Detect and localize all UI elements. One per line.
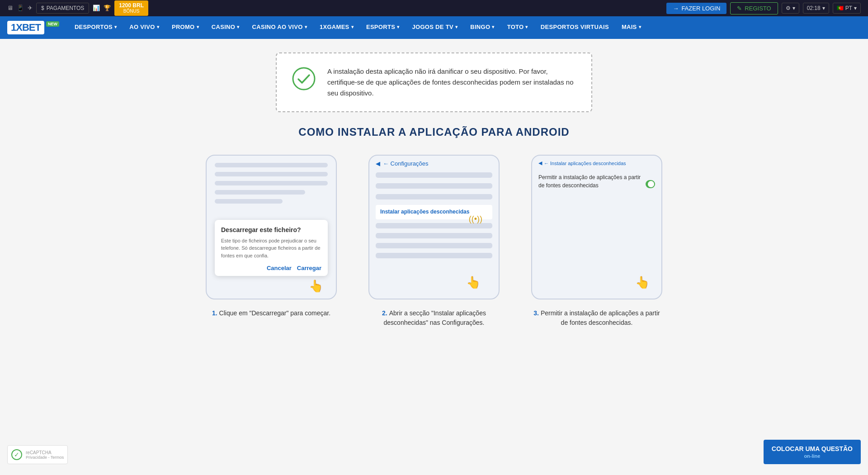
phone-lines-1 xyxy=(207,156,336,204)
phone-line xyxy=(215,199,283,204)
bonus-amount: 1200 BRL xyxy=(119,2,144,9)
language-button[interactable]: 🇵🇹 PT ▾ xyxy=(833,3,861,14)
step-3: ◀ ← Instalar aplicações desconhecidas Pe… xyxy=(524,155,669,328)
settings-line xyxy=(376,243,492,248)
step-2-label: 2. Abrir a secção "Instalar aplicações d… xyxy=(371,309,497,328)
time-label: 02:18 xyxy=(807,5,821,11)
bonus-button[interactable]: 1200 BRL BÔNUS xyxy=(114,0,148,16)
lang-label: PT xyxy=(845,5,852,11)
time-display[interactable]: 02:18 ▾ xyxy=(803,3,829,14)
settings-line xyxy=(376,253,492,258)
settings-chevron: ▾ xyxy=(793,5,795,11)
touch-icon: 👆 xyxy=(309,279,323,293)
nav-casino-ao-vivo-label: CASINO AO VIVO xyxy=(252,24,303,30)
nav-toto-label: TOTO xyxy=(507,24,524,30)
nav-ao-vivo[interactable]: AO VIVO ▾ xyxy=(123,16,165,39)
new-badge: NEW xyxy=(46,21,59,27)
phone-mockup-2: ◀ ← Configurações Instalar aplicações de… xyxy=(368,155,500,299)
pagamentos-button[interactable]: $ PAGAMENTOS xyxy=(36,3,89,14)
nav-bar: 1XBET NEW DESPORTOS ▾ AO VIVO ▾ PROMO ▾ … xyxy=(0,16,868,39)
dialog-body: Este tipo de ficheiros pode prejudicar o… xyxy=(221,237,321,260)
notice-text: A instalação desta aplicação não irá dan… xyxy=(327,66,577,99)
nav-toto[interactable]: TOTO ▾ xyxy=(501,16,534,39)
nav-casino-chevron: ▾ xyxy=(237,24,239,29)
settings-line xyxy=(376,233,492,238)
chat-button[interactable]: COLOCAR UMA QUESTÃO on-line xyxy=(764,440,861,464)
fazer-login-button[interactable]: → FAZER LOGIN xyxy=(666,3,726,14)
nav-promo[interactable]: PROMO ▾ xyxy=(165,16,205,39)
nav-desportos-virtuais-label: DESPORTOS VIRTUAIS xyxy=(541,24,609,30)
lang-chevron: ▾ xyxy=(854,5,857,11)
settings-lines xyxy=(376,172,492,200)
pagamentos-label: PAGAMENTOS xyxy=(47,5,85,11)
recaptcha-brand: reCAPTCHA xyxy=(26,450,64,455)
logo-text: 1XBET xyxy=(7,21,44,34)
step-1-text: Clique em "Descarregar" para começar. xyxy=(219,309,330,317)
chart-icon-btn[interactable]: 📊 xyxy=(93,5,100,11)
nav-mais-chevron: ▾ xyxy=(639,24,641,29)
registo-button[interactable]: ✎ REGISTO xyxy=(730,2,778,14)
login-icon: → xyxy=(673,5,679,12)
step-1: Descarregar este ficheiro? Este tipo de … xyxy=(199,155,344,328)
desktop-icon-btn[interactable]: 🖥 xyxy=(7,5,13,11)
main-content: A instalação desta aplicação não irá dan… xyxy=(0,39,868,446)
step-2-text: Abrir a secção "Instalar aplicações desc… xyxy=(384,309,486,326)
settings-line xyxy=(376,183,492,189)
nav-1xgames[interactable]: 1XGAMES ▾ xyxy=(313,16,360,39)
dollar-icon: $ xyxy=(41,5,44,11)
allow-text: Permitir a instalação de aplicações a pa… xyxy=(538,173,646,190)
step-2: ◀ ← Configurações Instalar aplicações de… xyxy=(362,155,506,328)
cancel-button[interactable]: Cancelar xyxy=(267,265,292,271)
toggle-switch[interactable] xyxy=(646,180,655,188)
step-3-label: 3. Permitir a instalação de aplicações a… xyxy=(533,309,660,328)
nav-1xgames-label: 1XGAMES xyxy=(320,24,349,30)
recaptcha: ✓ reCAPTCHA Privacidade - Termos xyxy=(7,445,68,464)
nav-desportos[interactable]: DESPORTOS ▾ xyxy=(68,16,123,39)
recaptcha-sub: Privacidade - Termos xyxy=(26,455,64,460)
settings-line xyxy=(376,172,492,178)
back-icon: ◀ xyxy=(376,160,380,167)
nav-1xgames-chevron: ▾ xyxy=(351,24,354,29)
registo-icon: ✎ xyxy=(737,5,742,12)
allow-header-text: ← Instalar aplicações desconhecidas xyxy=(544,161,626,166)
nav-mais[interactable]: MAIS ▾ xyxy=(615,16,647,39)
check-icon xyxy=(291,66,316,91)
nav-jogos-tv[interactable]: JOGOS DE TV ▾ xyxy=(406,16,464,39)
svg-point-0 xyxy=(293,68,315,90)
settings-screen: ◀ ← Configurações Instalar aplicações de… xyxy=(369,156,499,267)
telegram-icon-btn[interactable]: ✈ xyxy=(28,5,33,11)
settings-line xyxy=(376,194,492,200)
step-1-label: 1. Clique em "Descarregar" para começar. xyxy=(212,309,330,318)
nav-esports[interactable]: ESPORTS ▾ xyxy=(360,16,406,39)
nav-casino-ao-vivo-chevron: ▾ xyxy=(305,24,307,29)
nav-desportos-chevron: ▾ xyxy=(114,24,117,29)
settings-button[interactable]: ⚙ ▾ xyxy=(782,3,799,14)
registo-label: REGISTO xyxy=(745,5,771,12)
phone-mockup-1: Descarregar este ficheiro? Este tipo de … xyxy=(206,155,337,299)
step-3-text: Permitir a instalação de aplicações a pa… xyxy=(541,309,660,326)
install-apps-label: Instalar aplicações desconhecidas xyxy=(380,209,488,215)
settings-header-text: ← Configurações xyxy=(383,160,428,167)
nav-ao-vivo-label: AO VIVO xyxy=(129,24,155,30)
gear-icon: ⚙ xyxy=(786,5,791,11)
download-label: Carregar xyxy=(297,265,321,271)
nav-casino-label: CASINO xyxy=(212,24,235,30)
download-dialog: Descarregar este ficheiro? Este tipo de … xyxy=(215,220,328,276)
nav-desportos-virtuais[interactable]: DESPORTOS VIRTUAIS xyxy=(534,16,615,39)
download-button[interactable]: Carregar xyxy=(297,265,321,271)
dialog-buttons: Cancelar Carregar xyxy=(221,265,321,271)
trophy-icon-btn[interactable]: 🏆 xyxy=(104,5,111,11)
nav-bingo[interactable]: BINGO ▾ xyxy=(464,16,500,39)
nav-casino-ao-vivo[interactable]: CASINO AO VIVO ▾ xyxy=(246,16,313,39)
phone-line xyxy=(215,181,328,185)
nav-desportos-label: DESPORTOS xyxy=(75,24,113,30)
chat-online-status: on-line xyxy=(804,453,820,459)
touch-cursor-2: 👆 xyxy=(466,276,481,290)
toggle-row: Permitir a instalação de aplicações a pa… xyxy=(538,173,655,195)
nav-promo-label: PROMO xyxy=(172,24,195,30)
fazer-login-label: FAZER LOGIN xyxy=(681,5,720,12)
nav-items: DESPORTOS ▾ AO VIVO ▾ PROMO ▾ CASINO ▾ C… xyxy=(68,16,647,39)
nav-casino[interactable]: CASINO ▾ xyxy=(205,16,246,39)
tablet-icon-btn[interactable]: 📱 xyxy=(17,5,24,11)
logo[interactable]: 1XBET NEW xyxy=(7,21,59,34)
